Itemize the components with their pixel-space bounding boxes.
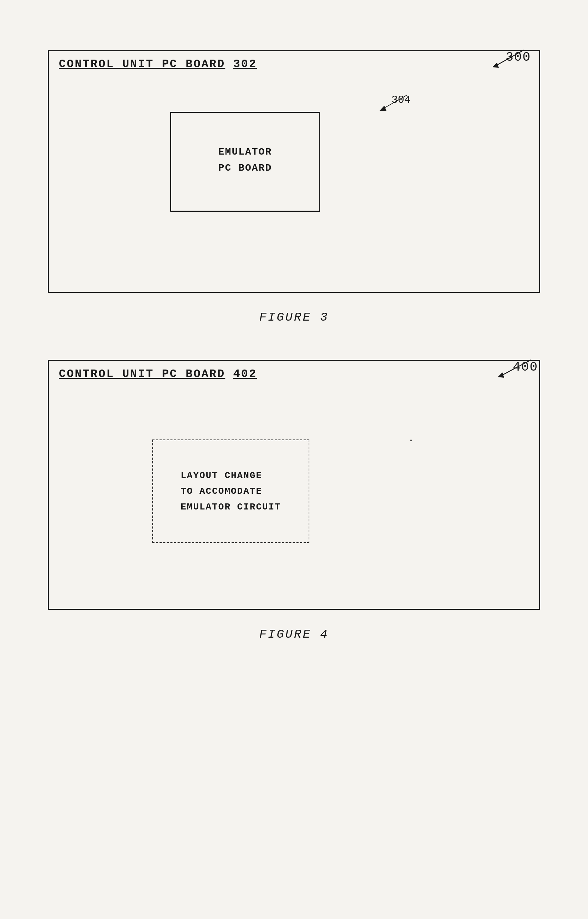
outer-box-402: CONTROL UNIT PC BOARD 402 . LAYOUT CHANG…: [48, 360, 540, 610]
dot-marker: .: [408, 432, 414, 445]
outer-box-302-label: CONTROL UNIT PC BOARD 302: [59, 57, 257, 71]
outer-box-302: CONTROL UNIT PC BOARD 302 304 EMULATOR P…: [48, 50, 540, 293]
dashed-box-label: LAYOUT CHANGE TO ACCOMODATE EMULATOR CIR…: [181, 468, 281, 515]
ref-400-label: 400: [513, 360, 538, 375]
inner-box-304: EMULATOR PC BOARD: [170, 112, 320, 212]
svg-marker-3: [380, 106, 386, 111]
figure4-section: 400 CONTROL UNIT PC BOARD 402 . LAYOUT C…: [29, 360, 559, 641]
ref-400: 400: [513, 360, 538, 375]
ref-304-container: 304: [391, 94, 411, 106]
inner-box-304-label: EMULATOR PC BOARD: [218, 144, 272, 176]
ref-300-label: 300: [506, 50, 531, 65]
dashed-box-402: LAYOUT CHANGE TO ACCOMODATE EMULATOR CIR…: [152, 440, 309, 543]
figure3-section: 300 CONTROL UNIT PC BOARD 302 304 EMULAT…: [29, 50, 559, 324]
page-container: 300 CONTROL UNIT PC BOARD 302 304 EMULAT…: [0, 0, 588, 919]
outer-box-402-label: CONTROL UNIT PC BOARD 402: [59, 367, 257, 380]
ref-402: 402: [233, 367, 257, 380]
ref-300: 300: [506, 50, 531, 65]
ref-302: 302: [233, 57, 257, 71]
figure3-caption: FIGURE 3: [29, 311, 559, 324]
figure4-caption: FIGURE 4: [29, 628, 559, 641]
ref-304-label: 304: [391, 94, 411, 106]
